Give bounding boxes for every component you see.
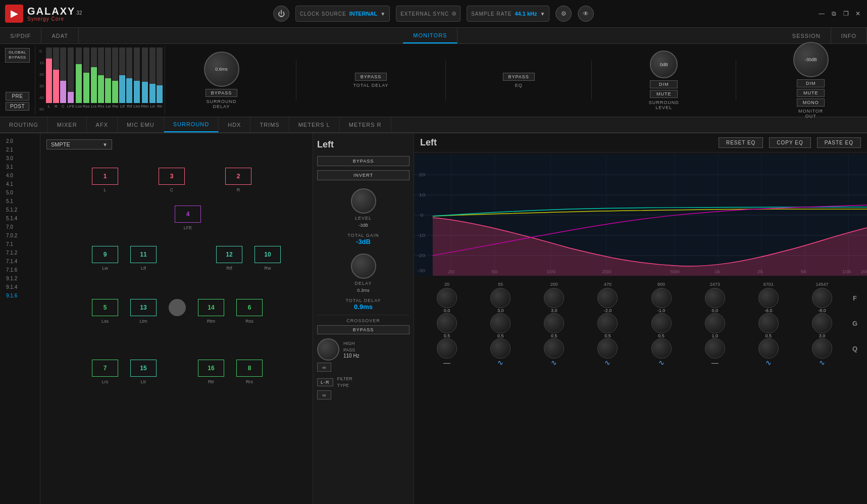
mute-button-2[interactable]: MUTE xyxy=(797,89,825,97)
band-g-knob-6[interactable] xyxy=(758,313,779,333)
band-f-knob-5[interactable] xyxy=(705,288,725,308)
channel-Lrs[interactable]: 7 Lrs xyxy=(92,360,118,377)
pre-button[interactable]: PRE xyxy=(6,92,29,100)
sidebar-item-9.1.6[interactable]: 9.1.6 xyxy=(2,292,38,299)
filter-link-button[interactable]: ∞ xyxy=(317,363,331,372)
tab-adat[interactable]: ADAT xyxy=(41,28,79,43)
channel-LFE[interactable]: 4 LFE xyxy=(175,206,201,223)
channel-Lw[interactable]: 9 Lw xyxy=(92,246,118,263)
channel-Ltm[interactable]: 13 Ltm xyxy=(130,299,157,316)
band-f-knob-6[interactable] xyxy=(758,288,779,308)
channel-Rrs[interactable]: 8 Rrs xyxy=(236,360,263,377)
eq-bypass-button[interactable]: BYPASS xyxy=(317,156,410,166)
channel-Rtf[interactable]: 12 Rtf xyxy=(216,246,242,263)
format-dropdown[interactable]: SMPTE ▼ xyxy=(46,139,112,149)
band-g-knob-1[interactable] xyxy=(490,313,511,333)
minimize-button[interactable]: — xyxy=(818,10,826,18)
mono-button[interactable]: MONO xyxy=(797,98,825,107)
channel-Rw[interactable]: 10 Rw xyxy=(254,246,281,263)
channel-C[interactable]: 3 C xyxy=(159,168,185,185)
sidebar-item-4.1[interactable]: 4.1 xyxy=(2,180,38,188)
sidebar-item-2.0[interactable]: 2.0 xyxy=(2,137,38,145)
power-button[interactable]: ⏻ xyxy=(273,6,289,22)
sidebar-item-9.1.2[interactable]: 9.1.2 xyxy=(2,275,38,282)
tab-spdif[interactable]: S/PDIF xyxy=(0,28,41,43)
dim-button-1[interactable]: DIM xyxy=(650,80,678,88)
band-f-knob-7[interactable] xyxy=(812,288,832,308)
channel-Rtm[interactable]: 14 Rtm xyxy=(198,299,224,316)
crossover-bypass-button[interactable]: BYPASS xyxy=(317,325,410,334)
band-f-knob-4[interactable] xyxy=(651,288,672,308)
band-g-knob-5[interactable] xyxy=(705,313,725,333)
sidebar-item-5.1.2[interactable]: 5.1.2 xyxy=(2,206,38,214)
sidebar-item-7.1.2[interactable]: 7.1.2 xyxy=(2,249,38,257)
tab-routing[interactable]: ROUTING xyxy=(0,117,48,132)
sidebar-item-7.0.2[interactable]: 7.0.2 xyxy=(2,232,38,239)
close-button[interactable]: ✕ xyxy=(854,10,862,18)
band-q-knob-7[interactable] xyxy=(812,338,832,359)
tab-info[interactable]: INFO xyxy=(831,28,867,43)
settings-button[interactable]: ⚙ xyxy=(555,6,572,22)
channel-Lss[interactable]: 5 Lss xyxy=(92,299,118,316)
tab-surround[interactable]: SURROUND xyxy=(164,117,219,132)
band-q-knob-1[interactable] xyxy=(490,338,511,359)
band-q-knob-5[interactable] xyxy=(705,338,725,359)
tab-afx[interactable]: AFX xyxy=(87,117,118,132)
sidebar-item-7.1[interactable]: 7.1 xyxy=(2,240,38,248)
global-bypass-button[interactable]: GLOBAL BYPASS xyxy=(5,48,30,63)
clock-source-group[interactable]: CLOCK SOURCE INTERNAL ▼ xyxy=(295,6,390,22)
tab-trims[interactable]: TRIMS xyxy=(250,117,289,132)
channel-L[interactable]: 1 L xyxy=(92,168,118,185)
sidebar-item-5.1[interactable]: 5.1 xyxy=(2,197,38,205)
sidebar-item-9.1.4[interactable]: 9.1.4 xyxy=(2,283,38,291)
eq-invert-button[interactable]: INVERT xyxy=(317,170,410,180)
post-button[interactable]: POST xyxy=(6,102,29,111)
reset-eq-button[interactable]: RESET EQ xyxy=(719,137,763,148)
mute-button-1[interactable]: MUTE xyxy=(650,90,678,98)
sidebar-item-2.1[interactable]: 2.1 xyxy=(2,146,38,154)
sidebar-item-7.1.6[interactable]: 7.1.6 xyxy=(2,266,38,274)
surround-level-knob[interactable]: 0dB xyxy=(650,51,678,78)
surround-delay-knob[interactable]: 0.6ms xyxy=(204,52,239,87)
paste-eq-button[interactable]: PASTE EQ xyxy=(817,137,861,148)
band-g-knob-4[interactable] xyxy=(651,313,672,333)
copy-eq-button[interactable]: COPY EQ xyxy=(769,137,810,148)
high-pass-knob[interactable] xyxy=(317,338,339,361)
lr-button[interactable]: L-R xyxy=(317,378,333,386)
band-g-knob-0[interactable] xyxy=(437,313,457,333)
band-f-knob-3[interactable] xyxy=(597,288,618,308)
tab-session[interactable]: SESSION xyxy=(782,28,831,43)
sidebar-item-7.0[interactable]: 7.0 xyxy=(2,223,38,231)
monitor-button[interactable]: 👁 xyxy=(578,6,594,22)
tab-mic-emu[interactable]: MIC EMU xyxy=(118,117,164,132)
band-g-knob-2[interactable] xyxy=(544,313,564,333)
tab-meters-l[interactable]: METERS L xyxy=(289,117,340,132)
channel-Rtr[interactable]: 16 Rtr xyxy=(198,360,224,377)
tab-monitors[interactable]: MONITORS xyxy=(403,28,457,43)
band-f-knob-2[interactable] xyxy=(544,288,564,308)
channel-Ltf[interactable]: 11 Ltf xyxy=(130,246,157,263)
tab-mixer[interactable]: MIXER xyxy=(48,117,87,132)
band-q-knob-6[interactable] xyxy=(758,338,779,359)
band-g-knob-7[interactable] xyxy=(812,313,832,333)
level-knob[interactable] xyxy=(351,188,376,214)
filter-type-link-button[interactable]: ∞ xyxy=(317,390,331,399)
sidebar-item-5.0[interactable]: 5.0 xyxy=(2,189,38,196)
sidebar-item-7.1.4[interactable]: 7.1.4 xyxy=(2,258,38,265)
eq-bypass[interactable]: BYPASS xyxy=(503,73,535,81)
sidebar-item-4.0[interactable]: 4.0 xyxy=(2,172,38,179)
band-f-knob-0[interactable] xyxy=(437,288,457,308)
restore-button[interactable]: ⧉ xyxy=(830,10,838,18)
sidebar-item-5.1.4[interactable]: 5.1.4 xyxy=(2,215,38,222)
dim-button-2[interactable]: DIM xyxy=(797,79,825,87)
surround-delay-bypass[interactable]: BYPASS xyxy=(206,89,237,97)
band-g-knob-3[interactable] xyxy=(597,313,618,333)
channel-R[interactable]: 2 R xyxy=(225,168,251,185)
monitor-out-knob[interactable]: -30dB xyxy=(793,42,829,77)
total-delay-bypass[interactable]: BYPASS xyxy=(355,73,387,81)
tab-hdx[interactable]: HDX xyxy=(219,117,250,132)
band-q-knob-2[interactable] xyxy=(544,338,564,359)
band-q-knob-3[interactable] xyxy=(597,338,618,359)
channel-Rss[interactable]: 6 Rss xyxy=(236,299,263,316)
band-f-knob-1[interactable] xyxy=(490,288,511,308)
